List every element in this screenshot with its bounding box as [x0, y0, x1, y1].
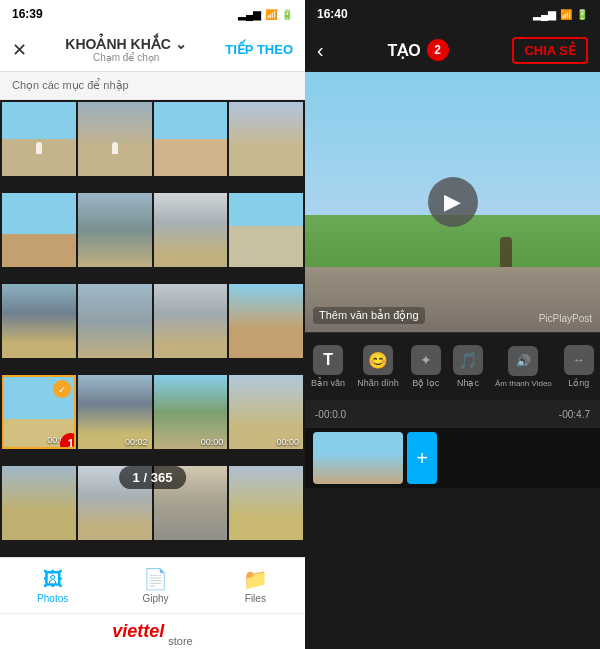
nhac-icon: 🎵 — [453, 345, 483, 375]
battery-icon: 🔋 — [281, 9, 293, 20]
create-label: TẠO — [387, 41, 420, 60]
photo-cell[interactable] — [229, 102, 303, 176]
header-title-text: KHOẢNH KHẮC — [65, 36, 171, 52]
viettel-text: viettel — [112, 621, 164, 642]
wifi-icon: 📶 — [265, 9, 277, 20]
photo-duration: 00:00 — [276, 437, 299, 447]
close-button[interactable]: ✕ — [12, 39, 27, 61]
toolbar-long-label: Lồng — [568, 378, 589, 388]
left-time: 16:39 — [12, 7, 43, 21]
toolbar-nhan-dinh-label: Nhãn dính — [357, 378, 399, 388]
left-status-icons: ▂▄▆ 📶 🔋 — [238, 9, 293, 20]
photo-cell[interactable] — [154, 284, 228, 358]
photo-cell[interactable] — [229, 193, 303, 267]
timeline-track[interactable]: + — [305, 428, 600, 488]
toolbar-ban-van-label: Bản văn — [311, 378, 345, 388]
files-icon: 📁 — [243, 567, 268, 591]
am-thanh-icon: 🔊 — [508, 346, 538, 376]
photo-cell[interactable] — [154, 102, 228, 176]
photo-cell[interactable] — [229, 284, 303, 358]
toolbar-am-thanh[interactable]: 🔊 Âm thanh Video — [495, 346, 552, 388]
photo-cell[interactable] — [2, 193, 76, 267]
long-icon: ↔ — [564, 345, 594, 375]
photo-cell[interactable] — [229, 466, 303, 540]
next-button[interactable]: TIẾP THEO — [225, 42, 293, 57]
toolbar-nhan-dinh[interactable]: 😊 Nhãn dính — [357, 345, 399, 388]
count-badge: 1 / 365 — [119, 466, 187, 489]
photo-cell[interactable]: 00:02 — [78, 375, 152, 449]
nav-files[interactable]: 📁 Files — [243, 567, 268, 604]
photo-duration: 00:02 — [125, 437, 148, 447]
toolbar-nhac-label: Nhạc — [457, 378, 479, 388]
right-status-bar: 16:40 ▂▄▆ 📶 🔋 — [305, 0, 600, 28]
photo-cell[interactable] — [78, 193, 152, 267]
nav-giphy-label: Giphy — [142, 593, 168, 604]
toolbar: T Bản văn 😊 Nhãn dính ✦ Bộ lọc 🎵 Nhạc 🔊 … — [305, 332, 600, 400]
photo-cell[interactable] — [154, 193, 228, 267]
selection-check: ✓ — [53, 380, 71, 398]
toolbar-bo-loc-label: Bộ lọc — [412, 378, 439, 388]
chevron-down-icon: ⌄ — [175, 36, 187, 52]
nav-giphy[interactable]: 📄 Giphy — [142, 567, 168, 604]
header-title-group: KHOẢNH KHẮC ⌄ Chạm để chọn — [65, 36, 187, 63]
photo-cell[interactable] — [2, 102, 76, 176]
left-status-bar: 16:39 ▂▄▆ 📶 🔋 — [0, 0, 305, 28]
track-clip-video[interactable] — [313, 432, 403, 484]
bo-loc-icon: ✦ — [411, 345, 441, 375]
left-panel: 16:39 ▂▄▆ 📶 🔋 ✕ KHOẢNH KHẮC ⌄ Chạm để ch… — [0, 0, 305, 649]
photo-cell[interactable]: 00:00 — [229, 375, 303, 449]
photo-cell[interactable]: 00:00 — [154, 375, 228, 449]
toolbar-nhac[interactable]: 🎵 Nhạc — [453, 345, 483, 388]
video-overlay-text: Thêm văn bản động — [313, 307, 425, 324]
header-subtitle: Chạm để chọn — [93, 52, 159, 63]
photo-cell[interactable] — [78, 284, 152, 358]
nav-photos-label: Photos — [37, 593, 68, 604]
photo-cell[interactable] — [78, 102, 152, 176]
giphy-icon: 📄 — [143, 567, 168, 591]
create-label-group: TẠO 2 — [387, 39, 448, 61]
photos-icon: 🖼 — [43, 568, 63, 591]
back-button[interactable]: ‹ — [317, 39, 324, 62]
store-text: store — [168, 635, 192, 647]
sub-header: Chọn các mục để nhập — [0, 72, 305, 100]
ban-van-icon: T — [313, 345, 343, 375]
right-panel: 16:40 ▂▄▆ 📶 🔋 ‹ TẠO 2 CHIA SẺ ▶ Thêm văn… — [305, 0, 600, 649]
timeline-start: -00:0.0 — [315, 409, 346, 420]
right-signal-icon: ▂▄▆ — [533, 9, 556, 20]
nav-photos[interactable]: 🖼 Photos — [37, 568, 68, 604]
photo-cell-selected[interactable]: ✓ 00:04 1 — [2, 375, 76, 449]
play-button[interactable]: ▶ — [428, 177, 478, 227]
viettel-branding: viettel store — [0, 613, 305, 649]
add-clip-button[interactable]: + — [407, 432, 437, 484]
toolbar-ban-van[interactable]: T Bản văn — [311, 345, 345, 388]
photo-duration: 00:00 — [201, 437, 224, 447]
toolbar-am-thanh-label: Âm thanh Video — [495, 379, 552, 388]
video-watermark: PicPlayPost — [539, 313, 592, 324]
timeline-end: -00:4.7 — [559, 409, 590, 420]
chia-se-button[interactable]: CHIA SẺ — [512, 37, 588, 64]
nhan-dinh-icon: 😊 — [363, 345, 393, 375]
photo-cell[interactable] — [2, 466, 76, 540]
photo-cell[interactable] — [2, 284, 76, 358]
left-header: ✕ KHOẢNH KHẮC ⌄ Chạm để chọn TIẾP THEO — [0, 28, 305, 72]
toolbar-long[interactable]: ↔ Lồng — [564, 345, 594, 388]
timeline-bar: -00:0.0 -00:4.7 — [305, 400, 600, 428]
nav-files-label: Files — [245, 593, 266, 604]
bottom-nav: 🖼 Photos 📄 Giphy 📁 Files — [0, 557, 305, 613]
step-2-badge: 2 — [427, 39, 449, 61]
right-time: 16:40 — [317, 7, 348, 21]
toolbar-bo-loc[interactable]: ✦ Bộ lọc — [411, 345, 441, 388]
header-title-main: KHOẢNH KHẮC ⌄ — [65, 36, 187, 52]
right-header: ‹ TẠO 2 CHIA SẺ — [305, 28, 600, 72]
video-preview[interactable]: ▶ Thêm văn bản động PicPlayPost — [305, 72, 600, 332]
signal-icon: ▂▄▆ — [238, 9, 261, 20]
right-battery-icon: 🔋 — [576, 9, 588, 20]
right-wifi-icon: 📶 — [560, 9, 572, 20]
right-status-icons: ▂▄▆ 📶 🔋 — [533, 9, 588, 20]
sub-header-text: Chọn các mục để nhập — [12, 79, 129, 92]
